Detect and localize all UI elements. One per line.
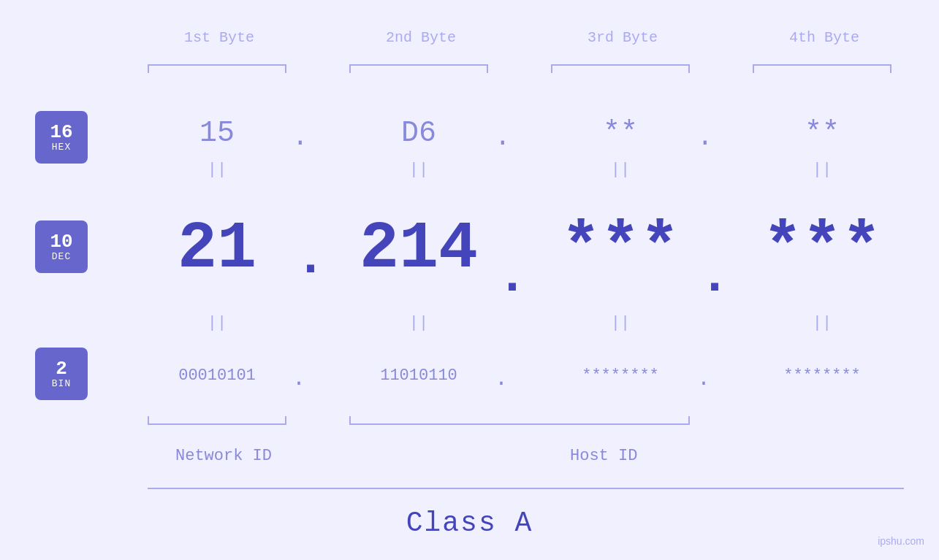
eq-dec-bin-2: || (349, 314, 488, 332)
dec-sep-2: . (497, 252, 528, 303)
bin-badge: 2 BIN (35, 348, 88, 400)
dec-val-4: *** (753, 212, 892, 286)
hex-val-3: ** (551, 117, 690, 150)
bin-badge-num: 2 (56, 359, 67, 378)
hex-val-2: D6 (349, 117, 488, 150)
hex-badge: 16 HEX (35, 111, 88, 164)
bin-val-2: 11010110 (349, 367, 488, 385)
col4-header: 4th Byte (751, 29, 897, 46)
class-line (148, 488, 904, 489)
col2-header: 2nd Byte (348, 29, 494, 46)
hex-sep-2: . (495, 123, 511, 153)
bin-val-3: ******** (551, 367, 690, 385)
hex-badge-label: HEX (52, 142, 71, 153)
col1-header: 1st Byte (146, 29, 292, 46)
eq-dec-bin-4: || (753, 314, 892, 332)
eq-dec-bin-1: || (148, 314, 286, 332)
hex-sep-3: . (697, 123, 713, 153)
dec-sep-3: . (699, 252, 730, 303)
top-bracket-3 (551, 64, 690, 66)
hex-val-1: 15 (148, 117, 286, 150)
bin-sep-1: . (292, 367, 305, 391)
main-container: 1st Byte 2nd Byte 3rd Byte 4th Byte 16 H… (0, 0, 939, 560)
dec-val-3: *** (551, 212, 690, 286)
bot-bracket-network (148, 423, 286, 425)
hex-val-4: ** (753, 117, 892, 150)
eq-dec-bin-3: || (551, 314, 690, 332)
host-id-label: Host ID (570, 447, 637, 465)
bot-bracket-host (349, 423, 690, 425)
bin-badge-label: BIN (52, 378, 71, 389)
bin-val-4: ******** (753, 367, 892, 385)
dec-badge: 10 DEC (35, 220, 88, 273)
dec-val-1: 21 (148, 212, 286, 286)
col3-header: 3rd Byte (550, 29, 696, 46)
dec-badge-num: 10 (50, 232, 72, 251)
watermark: ipshu.com (878, 535, 924, 547)
network-id-label: Network ID (175, 447, 272, 465)
bin-sep-3: . (697, 367, 710, 391)
dec-badge-label: DEC (52, 251, 71, 262)
top-bracket-4 (753, 64, 892, 66)
top-bracket-2 (349, 64, 488, 66)
dec-sep-1: . (295, 234, 326, 285)
bin-sep-2: . (495, 367, 508, 391)
class-label: Class A (406, 507, 533, 539)
bin-val-1: 00010101 (148, 367, 286, 385)
dec-val-2: 214 (349, 212, 488, 286)
eq-2: || (349, 161, 488, 179)
eq-1: || (148, 161, 286, 179)
hex-badge-num: 16 (50, 123, 72, 142)
eq-4: || (753, 161, 892, 179)
eq-3: || (551, 161, 690, 179)
hex-sep-1: . (292, 123, 308, 153)
top-bracket-1 (148, 64, 286, 66)
